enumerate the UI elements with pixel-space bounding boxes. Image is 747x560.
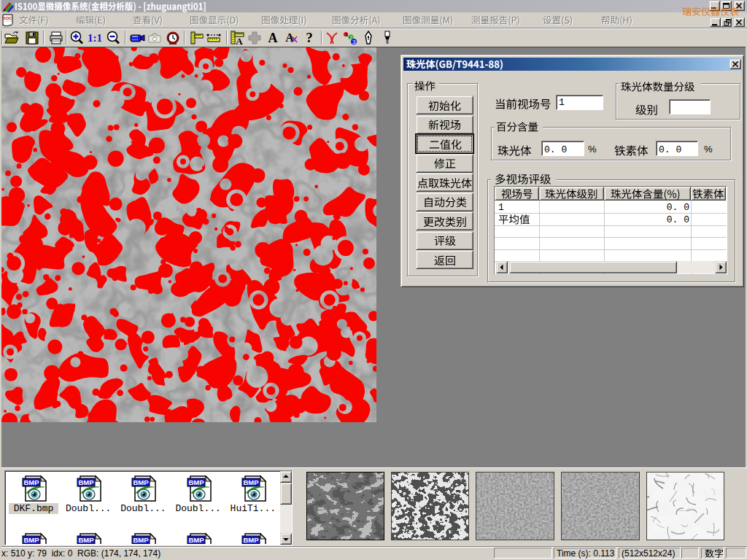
svg-text:1: 1 bbox=[345, 31, 349, 38]
svg-text:BMP: BMP bbox=[133, 478, 150, 486]
svg-text:A: A bbox=[236, 36, 243, 46]
svg-text:?: ? bbox=[306, 30, 313, 45]
svg-text:BMP: BMP bbox=[243, 536, 259, 544]
svg-text:A: A bbox=[268, 31, 278, 45]
svg-text:BMP: BMP bbox=[23, 478, 39, 486]
svg-text:DOC: DOC bbox=[2, 16, 12, 20]
svg-text:BMP: BMP bbox=[133, 536, 150, 544]
svg-text:3: 3 bbox=[352, 39, 356, 45]
svg-text:1:1: 1:1 bbox=[88, 32, 102, 44]
svg-text:BMP: BMP bbox=[79, 478, 95, 486]
svg-text:BMP: BMP bbox=[188, 536, 204, 544]
svg-text:BMP: BMP bbox=[23, 536, 39, 544]
svg-text:BMP: BMP bbox=[188, 478, 204, 486]
svg-text:BMP: BMP bbox=[243, 478, 259, 486]
svg-text:BMP: BMP bbox=[79, 536, 95, 544]
